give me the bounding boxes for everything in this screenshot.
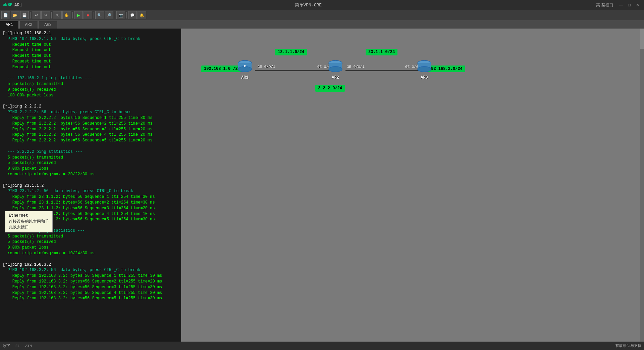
terminal-line: Reply from 192.168.3.2: bytes=56 Sequenc… [3, 285, 178, 290]
terminal-line [3, 98, 178, 104]
terminal-line: PING 2.2.2.2: 56 data bytes, press CTRL_… [3, 110, 178, 115]
toolbar-sep-5 [115, 12, 115, 18]
open-button[interactable]: 📂 [11, 11, 19, 19]
router-ar1-label: AR1 [241, 75, 249, 80]
zoom-in-button[interactable]: 🔍 [95, 11, 104, 19]
status-bar-right: 获取帮助与支持 [615, 343, 641, 348]
app-logo: eNSP [3, 3, 12, 7]
terminal-line: PING 23.1.1.2: 56 data bytes, press CTRL… [3, 188, 178, 194]
cursor-button[interactable]: ↖ [53, 11, 62, 19]
terminal-line: --- 2.2.2.2 ping statistics --- [3, 149, 178, 155]
toolbar-sep-3 [72, 12, 73, 18]
net-label-12-1: 12.1.1.0/24 [275, 49, 307, 55]
terminal-line: Request time out [3, 64, 178, 70]
tab-ar3[interactable]: AR3 [39, 21, 57, 29]
net-label-2-2-2: 2.2.2.0/24 [315, 85, 345, 92]
status-e1: E1 [15, 344, 20, 348]
router-ar3[interactable]: AR3 [416, 57, 433, 80]
tooltip-line3: 兆以太接口 [9, 224, 49, 230]
terminal-line [3, 177, 178, 183]
chat-button[interactable]: 💬 [128, 11, 137, 19]
terminal-line: Reply from 2.2.2.2: bytes=56 Sequence=2 … [3, 121, 178, 127]
terminal-line: Request time out [3, 42, 178, 48]
close-button[interactable]: ✕ [634, 2, 641, 8]
tooltip-popup: Ethernet 连接设备的以太网和千 兆以太接口 [5, 211, 53, 232]
router-ar1[interactable]: R AR1 [236, 57, 253, 80]
terminal-line [3, 143, 178, 149]
terminal-line: 5 packet(s) transmitted [3, 155, 178, 161]
terminal-line: Reply from 23.1.1.2: bytes=56 Sequence=1… [3, 194, 178, 200]
terminal-line: Request time out [3, 53, 178, 59]
terminal-line: Reply from 23.1.1.2: bytes=56 Sequence=2… [3, 200, 178, 206]
terminal-line: Reply from 192.168.3.2: bytes=56 Sequenc… [3, 273, 178, 279]
window-title: 简单VPN-GRE [295, 2, 322, 8]
terminal-line: round-trip min/avg/max = 10/24/30 ms [3, 251, 178, 256]
terminal-line: Reply from 23.1.1.2: bytes=56 Sequence=3… [3, 206, 178, 211]
maximize-button[interactable]: □ [626, 2, 633, 8]
minimize-button[interactable]: — [617, 2, 625, 8]
router-ar2-label: AR2 [332, 75, 339, 80]
terminal-line: Request time out [3, 47, 178, 53]
tooltip-line2: 连接设备的以太网和千 [9, 219, 49, 224]
terminal-line: 5 packet(s) transmitted [3, 234, 178, 239]
terminal-line: Reply from 2.2.2.2: bytes=56 Sequence=3 … [3, 127, 178, 132]
terminal-line: [r1]ping 192.168.3.2 [3, 262, 178, 268]
port-label-ar1-ge001: GE 0/0/1 [258, 65, 275, 69]
toolbar-sep-2 [51, 12, 52, 18]
toolbar-sep-6 [126, 12, 127, 18]
tab-bar: AR1 AR2 AR3 [0, 20, 644, 29]
terminal-line: Request time out [3, 59, 178, 64]
diagram-panel[interactable]: 192.168.1.0 /24 12.1.1.0/24 23.1.1.0/24 … [181, 29, 644, 342]
terminal-line: 0.00% packet loss [3, 245, 178, 251]
diagram-scrollbar-thumb[interactable] [640, 29, 644, 49]
terminal-line: PING 192.168.3.2: 56 data bytes, press C… [3, 267, 178, 273]
alert-button[interactable]: 🔔 [138, 11, 146, 19]
title-bar-controls: 某 某框口 — □ ✕ [594, 2, 641, 9]
terminal-line: 5 packet(s) received [3, 160, 178, 166]
terminal-line: [r1]ping 23.1.1.2 [3, 183, 178, 189]
tab-ar1[interactable]: AR1 [0, 21, 19, 29]
terminal-line: Reply from 2.2.2.2: bytes=56 Sequence=1 … [3, 115, 178, 121]
svg-text:R: R [244, 65, 246, 68]
router-ar3-label: AR3 [421, 75, 428, 80]
router-ar2[interactable]: AR2 [327, 57, 344, 80]
terminal-line: Reply from 192.168.3.2: bytes=56 Sequenc… [3, 296, 178, 301]
toolbar: 📄 📂 💾 ↩ ↪ ↖ ✋ ▶ ■ 🔍 🔎 📷 💬 🔔 [0, 10, 644, 20]
save-button[interactable]: 💾 [20, 11, 29, 19]
terminal-line: Reply from 192.168.3.2: bytes=56 Sequenc… [3, 279, 178, 285]
status-atm: ATM [25, 344, 32, 348]
redo-button[interactable]: ↪ [41, 11, 50, 19]
title-bar-left: eNSP AR1 [3, 3, 22, 8]
terminal-line: round-trip min/avg/max = 20/22/30 ms [3, 172, 178, 177]
terminal-line: PING 192.168.2.1: 56 data bytes, press C… [3, 36, 178, 42]
tooltip-title: Ethernet [9, 213, 49, 218]
status-help[interactable]: 获取帮助与支持 [615, 343, 641, 348]
terminal-line: --- 192.168.2.1 ping statistics --- [3, 76, 178, 81]
diagram-scrollbar[interactable] [640, 29, 644, 342]
router-ar3-icon [416, 57, 433, 74]
terminal-line: Reply from 2.2.2.2: bytes=56 Sequence=4 … [3, 132, 178, 138]
new-button[interactable]: 📄 [1, 11, 10, 19]
terminal-line: Reply from 2.2.2.2: bytes=56 Sequence=5 … [3, 138, 178, 143]
undo-button[interactable]: ↩ [32, 11, 41, 19]
toolbar-sep-4 [94, 12, 94, 18]
terminal-panel[interactable]: [r1]ping 192.168.2.1 PING 192.168.2.1: 5… [0, 29, 181, 342]
port-label-ar2-ge001: GE 0/0/1 [347, 65, 365, 69]
start-button[interactable]: ▶ [74, 11, 83, 19]
hand-button[interactable]: ✋ [62, 11, 71, 19]
terminal-line: 5 packet(s) received [3, 239, 178, 245]
stop-button[interactable]: ■ [84, 11, 92, 19]
menu-button[interactable]: 某 某框口 [594, 2, 615, 9]
svg-point-8 [329, 67, 342, 72]
capture-button[interactable]: 📷 [116, 11, 125, 19]
router-ar1-icon: R [236, 57, 253, 74]
status-count: 数字 [3, 343, 10, 348]
terminal-line: Reply from 192.168.3.2: bytes=56 Sequenc… [3, 290, 178, 296]
terminal-line: [r1]ping 2.2.2.2 [3, 104, 178, 110]
terminal-line [3, 70, 178, 76]
tab-ar2[interactable]: AR2 [19, 21, 38, 29]
terminal-line: 100.00% packet loss [3, 93, 178, 98]
main-content: [r1]ping 192.168.2.1 PING 192.168.2.1: 5… [0, 29, 644, 342]
app-label: AR1 [14, 3, 22, 8]
zoom-out-button[interactable]: 🔎 [105, 11, 113, 19]
